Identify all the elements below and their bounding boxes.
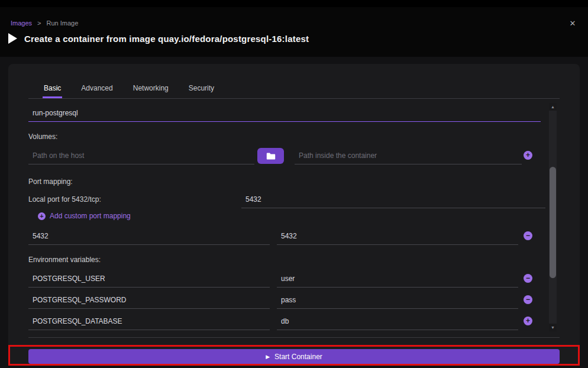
env-add-button[interactable]: +: [524, 317, 532, 325]
local-port-label: Local port for 5432/tcp:: [28, 195, 101, 204]
tab-networking[interactable]: Networking: [132, 79, 170, 98]
tab-bar: Basic Advanced Networking Security: [28, 79, 560, 99]
run-image-page: Images > Run Image ✕ Create a container …: [0, 0, 588, 368]
plus-icon: +: [526, 317, 530, 325]
minus-icon: −: [526, 232, 530, 240]
tab-networking-label: Networking: [133, 84, 169, 92]
close-button[interactable]: ✕: [567, 17, 579, 29]
env-remove-button[interactable]: −: [524, 295, 532, 304]
add-custom-port-label: Add custom port mapping: [50, 212, 131, 220]
env-value-input[interactable]: [277, 270, 518, 288]
minus-icon: −: [526, 296, 530, 304]
page-title: Create a container from image quay.io/fe…: [24, 34, 309, 44]
breadcrumb-current: Run Image: [47, 20, 79, 27]
tab-advanced[interactable]: Advanced: [80, 79, 114, 98]
tab-security-label: Security: [189, 84, 214, 92]
start-container-button[interactable]: ▶ Start Container: [28, 349, 560, 364]
window-titlebar: [0, 0, 588, 7]
env-variables-label: Environment variables:: [28, 256, 101, 264]
tab-advanced-label: Advanced: [81, 84, 112, 92]
plus-circle-icon: +: [38, 212, 46, 220]
env-value-input[interactable]: [277, 312, 518, 330]
folder-icon: [266, 152, 276, 160]
env-name-input[interactable]: [28, 270, 270, 288]
remove-port-mapping-button[interactable]: −: [524, 231, 532, 240]
breadcrumb-separator-icon: >: [37, 20, 41, 27]
close-icon: ✕: [570, 19, 576, 28]
scroll-down-icon: ▼: [551, 325, 555, 330]
start-container-label: Start Container: [274, 353, 322, 361]
annotation-highlight: ▶ Start Container: [8, 345, 580, 366]
container-name-input[interactable]: [28, 104, 541, 122]
scroll-down-button[interactable]: ▼: [549, 324, 557, 331]
env-name-input[interactable]: [28, 312, 270, 330]
tab-basic-label: Basic: [44, 84, 61, 92]
play-icon: ▶: [266, 354, 270, 360]
play-icon: [8, 33, 17, 44]
volume-browse-button[interactable]: [257, 148, 284, 164]
add-volume-button[interactable]: +: [524, 151, 532, 160]
plus-icon: +: [526, 151, 530, 159]
volumes-label: Volumes:: [28, 133, 57, 141]
plus-icon: +: [40, 212, 43, 219]
breadcrumb: Images > Run Image: [11, 20, 78, 27]
title-row: Create a container from image quay.io/fe…: [8, 33, 309, 44]
port-mapping-label: Port mapping:: [28, 177, 73, 186]
scrollbar[interactable]: ▲ ▼: [549, 103, 557, 331]
scroll-up-button[interactable]: ▲: [549, 103, 557, 111]
volume-container-input[interactable]: [295, 147, 522, 164]
footer-separator: [28, 337, 560, 338]
form-panel: Basic Advanced Networking Security Volum…: [8, 64, 580, 366]
env-value-input[interactable]: [277, 291, 518, 309]
custom-port-host-input[interactable]: [28, 227, 270, 245]
tab-security[interactable]: Security: [188, 79, 215, 98]
add-custom-port-mapping-link[interactable]: + Add custom port mapping: [38, 212, 131, 220]
env-name-input[interactable]: [28, 291, 270, 309]
scroll-thumb[interactable]: [550, 167, 556, 278]
page-header: Images > Run Image ✕ Create a container …: [0, 7, 588, 57]
custom-port-container-input[interactable]: [277, 227, 518, 245]
scroll-up-icon: ▲: [551, 105, 555, 109]
env-remove-button[interactable]: −: [524, 274, 532, 283]
tab-basic[interactable]: Basic: [43, 79, 62, 98]
minus-icon: −: [526, 275, 530, 282]
content-area: Basic Advanced Networking Security Volum…: [0, 57, 588, 368]
volume-host-input[interactable]: [28, 147, 254, 164]
local-port-input[interactable]: [241, 191, 545, 208]
breadcrumb-link-images[interactable]: Images: [11, 20, 32, 27]
